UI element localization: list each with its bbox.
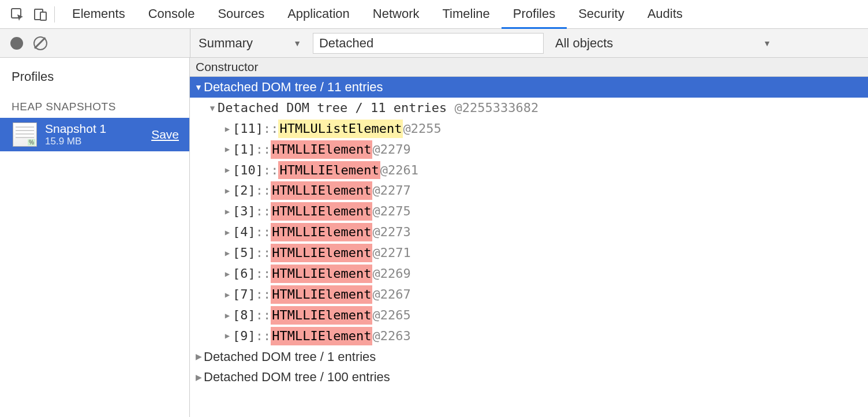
constructor-group-selected[interactable]: ▼ Detached DOM tree / 11 entries <box>190 77 868 98</box>
heap-snapshot-detail: Constructor ▼ Detached DOM tree / 11 ent… <box>190 58 868 417</box>
heap-item-row[interactable]: ▶[4] :: HTMLLIElement @2273 <box>203 222 868 243</box>
disclosure-triangle-icon[interactable]: ▶ <box>222 289 233 300</box>
tab-security[interactable]: Security <box>567 0 635 29</box>
item-index: [5] <box>233 244 256 262</box>
item-index: [8] <box>233 306 256 325</box>
item-separator: :: <box>256 223 271 241</box>
tabs-container: ElementsConsoleSourcesApplicationNetwork… <box>61 0 694 29</box>
item-class: HTMLLIElement <box>271 181 372 200</box>
disclosure-triangle-icon[interactable]: ▶ <box>193 371 204 383</box>
item-separator: :: <box>256 202 271 221</box>
chevron-down-icon: ▼ <box>763 39 771 48</box>
snapshot-text: Snapshot 1 15.9 MB <box>45 122 143 147</box>
device-toolbar-icon[interactable] <box>29 0 52 29</box>
item-ref: @2269 <box>372 265 410 283</box>
item-ref: @2277 <box>372 181 410 200</box>
item-class: HTMLLIElement <box>271 244 372 262</box>
tab-audits[interactable]: Audits <box>636 0 694 29</box>
svg-rect-2 <box>40 12 46 20</box>
object-scope-label: All objects <box>555 36 613 51</box>
profiles-sidebar: Profiles HEAP SNAPSHOTS % Snapshot 1 15.… <box>0 58 190 417</box>
item-class: HTMLLIElement <box>271 202 372 221</box>
heap-item-row[interactable]: ▶[9] :: HTMLLIElement @2263 <box>203 326 868 347</box>
heap-item-row[interactable]: ▶[1] :: HTMLLIElement @2279 <box>203 139 868 160</box>
tab-application[interactable]: Application <box>276 0 361 29</box>
heap-item-row[interactable]: ▶[3] :: HTMLLIElement @2275 <box>203 201 868 222</box>
disclosure-triangle-icon[interactable]: ▼ <box>207 102 218 114</box>
tab-profiles[interactable]: Profiles <box>502 0 567 29</box>
item-separator: :: <box>256 244 271 262</box>
heap-item-row[interactable]: ▶[5] :: HTMLLIElement @2271 <box>203 243 868 263</box>
profiles-toolbar: Summary ▼ All objects ▼ <box>0 29 868 58</box>
clear-button[interactable] <box>33 36 47 50</box>
other-groups: ▶Detached DOM tree / 1 entries▶Detached … <box>190 347 868 388</box>
disclosure-triangle-icon[interactable]: ▶ <box>222 247 233 259</box>
tab-elements[interactable]: Elements <box>61 0 137 29</box>
tab-console[interactable]: Console <box>137 0 207 29</box>
inspect-element-icon[interactable] <box>6 0 29 29</box>
class-filter-input[interactable] <box>313 33 544 54</box>
chevron-down-icon: ▼ <box>293 39 301 48</box>
item-separator: :: <box>256 140 271 159</box>
constructor-instance-header[interactable]: ▼ Detached DOM tree / 11 entries @225533… <box>203 98 868 118</box>
disclosure-triangle-icon[interactable]: ▶ <box>222 164 233 176</box>
item-class: HTMLLIElement <box>271 223 372 241</box>
item-index: [3] <box>233 202 256 221</box>
items-container: ▶[11] :: HTMLUListElement @2255▶[1] :: H… <box>203 118 868 347</box>
grid-column-header[interactable]: Constructor <box>190 58 868 77</box>
snapshot-item[interactable]: % Snapshot 1 15.9 MB Save <box>0 118 189 151</box>
item-separator: :: <box>256 181 271 200</box>
item-separator: :: <box>263 120 279 138</box>
object-scope-dropdown[interactable]: All objects ▼ <box>549 36 771 51</box>
heap-item-row[interactable]: ▶[10] :: HTMLLIElement @2261 <box>203 160 868 181</box>
disclosure-triangle-icon[interactable]: ▶ <box>222 310 233 321</box>
item-index: [2] <box>233 181 256 200</box>
main-area: Profiles HEAP SNAPSHOTS % Snapshot 1 15.… <box>0 58 868 417</box>
item-ref: @2273 <box>372 223 410 241</box>
item-class: HTMLLIElement <box>271 327 372 345</box>
disclosure-triangle-icon[interactable]: ▶ <box>222 123 233 135</box>
snapshot-icon: % <box>13 122 37 147</box>
disclosure-triangle-icon[interactable]: ▶ <box>222 185 233 196</box>
tab-timeline[interactable]: Timeline <box>431 0 501 29</box>
group-label: Detached DOM tree / 1 entries <box>204 348 376 366</box>
heap-item-row[interactable]: ▶[2] :: HTMLLIElement @2277 <box>203 180 868 201</box>
disclosure-triangle-icon[interactable]: ▶ <box>222 226 233 238</box>
item-ref: @2267 <box>372 285 410 304</box>
item-index: [6] <box>233 265 256 283</box>
item-separator: :: <box>256 285 271 304</box>
item-class: HTMLUListElement <box>278 120 403 138</box>
snapshot-save-link[interactable]: Save <box>151 128 179 142</box>
item-index: [4] <box>233 223 256 241</box>
item-index: [7] <box>233 285 256 304</box>
tab-sources[interactable]: Sources <box>206 0 276 29</box>
item-index: [10] <box>233 161 263 180</box>
record-button[interactable] <box>10 37 23 50</box>
heap-item-row[interactable]: ▶[8] :: HTMLLIElement @2265 <box>203 305 868 326</box>
item-ref: @2255 <box>403 120 441 138</box>
item-separator: :: <box>256 265 271 283</box>
disclosure-triangle-icon[interactable]: ▶ <box>222 330 233 341</box>
disclosure-triangle-icon[interactable]: ▶ <box>222 206 233 217</box>
disclosure-triangle-icon[interactable]: ▶ <box>222 143 233 155</box>
constructor-group[interactable]: ▶Detached DOM tree / 100 entries <box>190 367 868 388</box>
heap-item-row[interactable]: ▶[11] :: HTMLUListElement @2255 <box>203 118 868 139</box>
snapshot-name: Snapshot 1 <box>45 122 143 136</box>
constructor-children: ▼ Detached DOM tree / 11 entries @225533… <box>190 98 868 347</box>
sidebar-title: Profiles <box>0 58 189 90</box>
item-class: HTMLLIElement <box>278 161 380 180</box>
heap-item-row[interactable]: ▶[6] :: HTMLLIElement @2269 <box>203 263 868 284</box>
disclosure-triangle-icon[interactable]: ▶ <box>193 351 204 362</box>
constructor-group[interactable]: ▶Detached DOM tree / 1 entries <box>190 347 868 367</box>
snapshot-size: 15.9 MB <box>45 136 143 147</box>
view-mode-dropdown[interactable]: Summary ▼ <box>199 36 307 51</box>
group-label: Detached DOM tree / 11 entries <box>204 78 383 96</box>
disclosure-triangle-icon[interactable]: ▶ <box>222 268 233 280</box>
toolbar-divider <box>54 6 55 23</box>
heap-item-row[interactable]: ▶[7] :: HTMLLIElement @2267 <box>203 284 868 305</box>
item-separator: :: <box>256 306 271 325</box>
tab-network[interactable]: Network <box>361 0 431 29</box>
item-index: [9] <box>233 327 256 345</box>
disclosure-triangle-icon[interactable]: ▼ <box>193 81 204 93</box>
instance-ref: @2255333682 <box>455 99 539 117</box>
